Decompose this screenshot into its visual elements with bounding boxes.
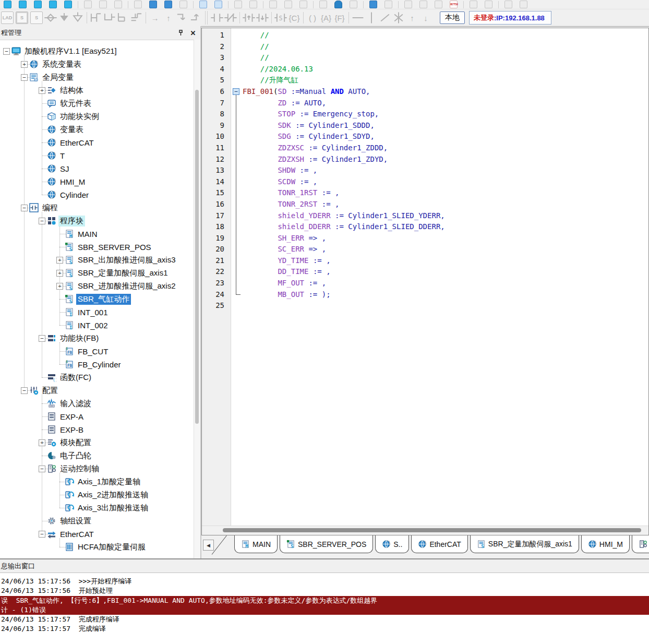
- tree-item-label[interactable]: 结构体: [58, 85, 85, 96]
- toolbar-button-icon[interactable]: [299, 1, 307, 8]
- move-up-tool-icon[interactable]: ↑: [405, 11, 419, 24]
- tree-item-label[interactable]: 全局变量: [41, 72, 75, 83]
- toolbar-button-icon[interactable]: [435, 1, 442, 8]
- tree-expand-icon[interactable]: +: [56, 257, 63, 264]
- tree-item[interactable]: MMAIN: [0, 228, 194, 241]
- ladder-branch-close-icon[interactable]: [103, 11, 116, 24]
- tree-item-label[interactable]: EtherCAT: [58, 529, 95, 539]
- tree-item-label[interactable]: EtherCAT: [58, 138, 95, 148]
- tree-item-label[interactable]: FB_CUT: [76, 347, 110, 356]
- ladder-branch-open-icon[interactable]: [89, 11, 103, 24]
- toolbar-button-icon[interactable]: [234, 1, 242, 8]
- code-line[interactable]: //升降气缸: [243, 75, 648, 86]
- tree-item[interactable]: +模块配置: [0, 436, 194, 449]
- tree-item-label[interactable]: INT_002: [76, 320, 110, 330]
- document-tab[interactable]: S..: [375, 535, 409, 553]
- code-area[interactable]: // // // //2024.06.13 //升降气缸FBI_001(SD :…: [243, 28, 648, 526]
- toolbar-button-icon[interactable]: [4, 1, 11, 8]
- draw-corner-down-icon[interactable]: [175, 11, 189, 24]
- code-line[interactable]: YD_TIME := ,: [243, 255, 648, 267]
- tree-expand-icon[interactable]: +: [39, 87, 45, 94]
- tree-item-label[interactable]: Axis_1加酸定量轴: [76, 476, 142, 487]
- code-line[interactable]: TONR_2RST := ,: [243, 199, 648, 210]
- toolbar-button-icon[interactable]: [485, 1, 492, 8]
- tree-item[interactable]: +SSBR_定量加酸伺服_axis1: [0, 267, 194, 280]
- toolbar-button-icon[interactable]: [249, 1, 257, 8]
- ladder-branch-delete-icon[interactable]: [130, 11, 143, 24]
- application-block-icon[interactable]: {A}: [319, 11, 333, 24]
- toolbar-button-icon[interactable]: [34, 1, 42, 8]
- compile-error-message[interactable]: 计 - (1)错误: [0, 605, 649, 615]
- compile-log-message[interactable]: 24/06/13 15:17:57 完成程序编译: [0, 615, 649, 624]
- move-down-tool-icon[interactable]: ↓: [419, 11, 432, 24]
- toolbar-button-icon[interactable]: [419, 1, 427, 8]
- toolbar-button-icon[interactable]: [149, 1, 157, 8]
- tree-collapse-icon[interactable]: −: [39, 218, 45, 224]
- pin-icon[interactable]: [175, 28, 186, 38]
- tree-item[interactable]: Axis_2进加酸推送轴: [0, 488, 194, 502]
- tree-expand-icon[interactable]: +: [56, 283, 63, 290]
- tree-item-label[interactable]: HCFA加酸定量伺服: [76, 542, 147, 553]
- function-block-icon[interactable]: {F}: [333, 11, 346, 24]
- tree-collapse-icon[interactable]: −: [21, 387, 28, 394]
- code-line[interactable]: //: [243, 30, 648, 41]
- tree-item-label[interactable]: 输入滤波: [58, 398, 93, 409]
- tree-item[interactable]: T: [0, 149, 194, 162]
- editor-hscrollbar-thumb[interactable]: [223, 528, 641, 532]
- tree-item[interactable]: EXP-A: [0, 410, 194, 423]
- tree-item[interactable]: −运动控制轴: [0, 462, 194, 475]
- toolbar-button-icon[interactable]: [369, 1, 377, 8]
- toolbar-button-icon[interactable]: [214, 1, 222, 8]
- code-line[interactable]: SHDW := ,: [243, 165, 648, 176]
- ladder-converge-hollow-icon[interactable]: [71, 11, 85, 24]
- tree-item-label[interactable]: 电子凸轮: [58, 450, 93, 461]
- tree-item-label[interactable]: 轴组设置: [58, 516, 93, 527]
- tree-item[interactable]: EtherCAT: [0, 136, 194, 149]
- tree-item-label[interactable]: Cylinder: [58, 190, 90, 200]
- hline-tool-icon[interactable]: [351, 11, 365, 24]
- tree-item[interactable]: 电子凸轮: [0, 449, 194, 462]
- code-line[interactable]: STOP := Emergency_stop,: [243, 109, 648, 120]
- tree-item[interactable]: −EtherCAT: [0, 528, 194, 541]
- compare-block-icon[interactable]: {C}: [287, 11, 301, 24]
- tree-item-label[interactable]: SBR_SERVER_POS: [76, 242, 153, 252]
- toolbar-button-icon[interactable]: [99, 1, 107, 8]
- toolbar-button-icon[interactable]: [384, 1, 392, 8]
- editor-hscrollbar[interactable]: [202, 526, 648, 535]
- toolbar-button-icon[interactable]: [520, 1, 527, 8]
- tree-item-label[interactable]: EXP-B: [58, 425, 85, 435]
- toolbar-button-icon[interactable]: [334, 1, 342, 8]
- tree-item-label[interactable]: EXP-A: [58, 412, 85, 422]
- vline-tool-icon[interactable]: [365, 11, 378, 24]
- code-line[interactable]: SCDW := ,: [243, 176, 648, 188]
- code-line[interactable]: TONR_1RST := ,: [243, 187, 648, 199]
- sfc-mode-button[interactable]: S: [30, 11, 43, 24]
- contact-nc-icon[interactable]: [224, 11, 237, 24]
- st-mode-button[interactable]: S: [16, 11, 28, 24]
- tree-item[interactable]: 轴组设置: [0, 515, 194, 528]
- toolbar-button-icon[interactable]: [114, 1, 122, 8]
- tree-item[interactable]: SSBR_SERVER_POS: [0, 241, 194, 254]
- tree-item-label[interactable]: 系统变量表: [41, 59, 83, 70]
- tree-item-label[interactable]: MAIN: [76, 229, 99, 239]
- tree-item-label[interactable]: SBR_气缸动作: [76, 294, 131, 305]
- tree-item[interactable]: Axis_1加酸定量轴: [0, 475, 194, 488]
- toolbar-button-icon[interactable]: [350, 1, 357, 8]
- tree-item[interactable]: HMI_M: [0, 175, 194, 188]
- document-tab[interactable]: MMAIN: [234, 535, 278, 553]
- code-line[interactable]: ZD := AUTO,: [243, 98, 648, 109]
- tree-collapse-icon[interactable]: −: [39, 531, 45, 538]
- compile-log-message[interactable]: 24/06/13 15:17:56 >>>开始程序编译: [0, 577, 649, 586]
- tree-item-label[interactable]: 功能块实例: [58, 111, 101, 122]
- lad-mode-button[interactable]: LAD: [1, 11, 14, 24]
- tree-item-label[interactable]: FB_Cylinder: [76, 360, 123, 369]
- tree-item[interactable]: −加酸机程序V1.1 [Easy521]: [0, 45, 194, 58]
- code-line[interactable]: //2024.06.13: [243, 64, 648, 75]
- tree-scrollbar-thumb[interactable]: [195, 90, 199, 424]
- tree-item-label[interactable]: SBR_出加酸推进伺服_axis3: [76, 255, 177, 266]
- coil-icon[interactable]: ( ): [306, 11, 319, 24]
- tree-item[interactable]: +系统变量表: [0, 58, 194, 71]
- toolbar-button-icon[interactable]: [470, 1, 477, 8]
- toolbar-button-icon[interactable]: [199, 1, 207, 8]
- code-line[interactable]: SDG := Cylinder1_SDYD,: [243, 131, 648, 142]
